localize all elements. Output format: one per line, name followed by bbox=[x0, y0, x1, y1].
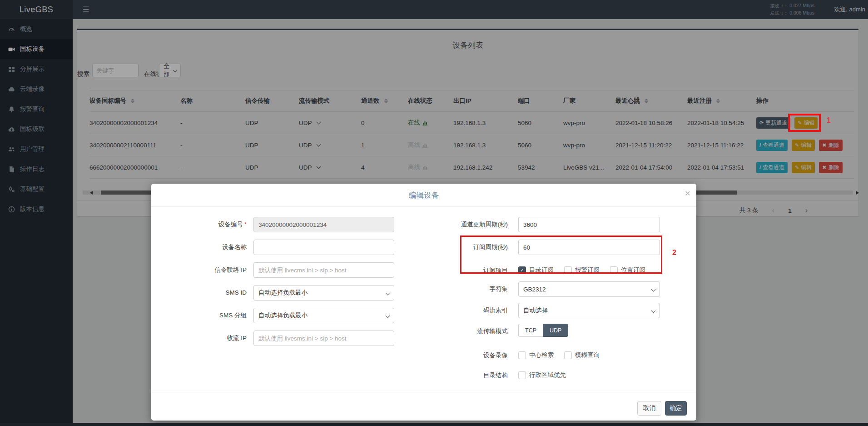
device-id-field bbox=[253, 217, 394, 232]
chevron-down-icon bbox=[651, 309, 656, 313]
charset-label: 字符集 bbox=[442, 281, 508, 297]
annotation-box-1 bbox=[788, 114, 821, 132]
udp-option[interactable]: UDP bbox=[543, 324, 568, 337]
cancel-button[interactable]: 取消 bbox=[637, 401, 661, 416]
catalog-struct-group: 行政区域优先 bbox=[518, 371, 573, 379]
charset-select[interactable]: GB2312 bbox=[518, 281, 660, 297]
sms-id-label: SMS ID bbox=[160, 285, 247, 301]
admin-region-first-checkbox[interactable] bbox=[518, 371, 526, 379]
sms-id-select[interactable]: 自动选择负载最小 bbox=[253, 285, 394, 301]
recv-ip-label: 收流 IP bbox=[160, 331, 247, 346]
annotation-label-2: 2 bbox=[672, 249, 676, 257]
confirm-button[interactable]: 确定 bbox=[665, 401, 687, 416]
device-record-label: 设备录像 bbox=[442, 348, 508, 363]
modal-footer: 取消 确定 bbox=[151, 392, 696, 421]
sms-group-label: SMS 分组 bbox=[160, 308, 247, 323]
stream-mode-label: 流传输模式 bbox=[442, 324, 508, 339]
chevron-down-icon bbox=[386, 291, 390, 296]
modal-title: 编辑设备 bbox=[151, 184, 696, 207]
stream-mode-toggle: TCP UDP bbox=[518, 324, 568, 337]
device-record-group: 中心检索 模糊查询 bbox=[518, 351, 607, 359]
channel-period-field[interactable] bbox=[518, 217, 660, 232]
close-icon[interactable]: × bbox=[685, 186, 690, 200]
recv-ip-field[interactable] bbox=[253, 331, 394, 346]
stream-index-select[interactable]: 自动选择 bbox=[518, 303, 660, 318]
annotation-label-1: 1 bbox=[827, 116, 831, 125]
annotation-box-2 bbox=[460, 236, 662, 274]
device-name-field[interactable] bbox=[253, 240, 394, 255]
fuzzy-query-label[interactable]: 模糊查询 bbox=[575, 351, 600, 359]
catalog-struct-label: 目录结构 bbox=[442, 368, 508, 383]
tcp-option[interactable]: TCP bbox=[518, 324, 543, 337]
chevron-down-icon bbox=[651, 287, 656, 292]
device-id-label: 设备编号* bbox=[160, 217, 247, 232]
signal-ip-label: 信令联络 IP bbox=[160, 262, 247, 278]
stream-index-label: 码流索引 bbox=[442, 303, 508, 318]
screen: LiveGBS ☰ 接收 ↑： 0.027 Mbps 发送 ↓： 0.006 M… bbox=[0, 0, 868, 426]
center-search-label[interactable]: 中心检索 bbox=[529, 351, 554, 359]
sms-group-select[interactable]: 自动选择负载最小 bbox=[253, 308, 394, 323]
device-name-label: 设备名称 bbox=[160, 240, 247, 255]
channel-period-label: 通道更新周期(秒) bbox=[442, 217, 508, 232]
admin-region-first-label[interactable]: 行政区域优先 bbox=[529, 371, 566, 379]
chevron-down-icon bbox=[386, 314, 390, 318]
fuzzy-query-checkbox[interactable] bbox=[564, 351, 572, 359]
center-search-checkbox[interactable] bbox=[518, 351, 526, 359]
signal-ip-field[interactable] bbox=[253, 262, 394, 278]
edit-device-modal: 编辑设备 × 设备编号* 设备名称 信令联络 IP SMS ID 自动选择负载最… bbox=[151, 184, 696, 421]
